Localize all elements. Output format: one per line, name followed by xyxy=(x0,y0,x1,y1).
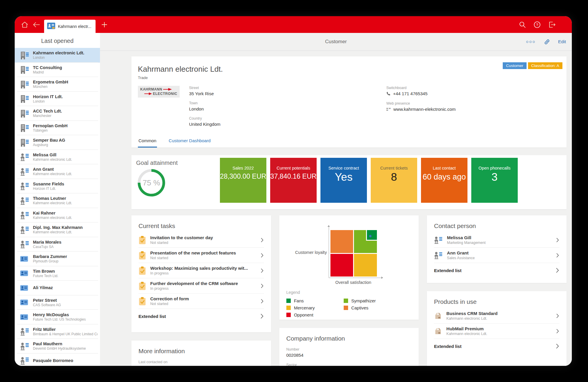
kpi-tile-value: Yes xyxy=(335,171,353,183)
list-item-title: Fritz Müller xyxy=(33,327,98,332)
contact-row[interactable]: Ann Grant Sales Assistance xyxy=(434,248,559,263)
y-axis-label: Customer loyalty xyxy=(286,250,327,255)
entity-icon xyxy=(20,138,29,147)
task-row[interactable]: Workshop: Maximizing sales productivity … xyxy=(138,263,264,278)
entity-icon xyxy=(20,356,29,365)
list-item[interactable]: Henry McDouglas Future Tech Ltd. US Tech… xyxy=(15,310,100,324)
list-item[interactable]: Thomas Leutner Kahrmann electronic Ldt. xyxy=(15,193,100,208)
list-item[interactable]: Paul Mauthern Devemit GmbH Hydrauliksyst… xyxy=(15,339,100,353)
list-item[interactable]: Barbara Zummer Plymouth Group xyxy=(15,252,100,266)
list-item[interactable]: Peter Street CAS Software AG xyxy=(15,295,100,310)
list-item-title: Fernoplan GmbH xyxy=(33,123,68,128)
task-row[interactable]: Invitation to the customer day Not start… xyxy=(138,232,264,248)
goal-attainment-ring: 75 % xyxy=(136,167,167,198)
svg-text:?: ? xyxy=(536,23,538,27)
more-actions-icon[interactable] xyxy=(525,40,536,44)
phone-link[interactable]: +44 171 4765345 xyxy=(386,91,456,96)
list-item-subtitle: London xyxy=(33,56,84,60)
products-extended-list[interactable]: Extended list xyxy=(434,339,559,353)
list-item[interactable]: Kai Rahner Kahrmann electronic Ldt. xyxy=(15,208,100,223)
list-item[interactable]: Pasquale Borromeo xyxy=(15,353,100,366)
x-axis-label: Overall satisfaction xyxy=(321,280,386,285)
website-link[interactable]: w ww www.kahrmann-elekctronic.com xyxy=(386,107,456,112)
list-item[interactable]: Fernoplan GmbH Tübingen xyxy=(15,121,100,135)
chevron-right-icon xyxy=(261,284,264,288)
field-label: Switchboard xyxy=(386,86,456,90)
task-status: In progress xyxy=(150,286,257,291)
list-item[interactable]: ACC Tech Ldt. Manchester xyxy=(15,106,100,121)
search-icon[interactable] xyxy=(517,16,528,33)
product-row[interactable]: HubMail Premium Kahrmann electronic Ldt. xyxy=(434,324,559,339)
logout-icon[interactable] xyxy=(546,16,558,33)
contacts-extended-list[interactable]: Extended list xyxy=(434,263,559,277)
entity-icon xyxy=(20,211,29,219)
legend: Fans Sympathizer xyxy=(286,298,412,317)
legend-item: Mercenary xyxy=(286,305,344,310)
list-item-title: Ergometra GmbH xyxy=(33,80,68,84)
tasks-extended-list[interactable]: Extended list xyxy=(138,309,264,323)
list-item-title: Dipl. Ing. Max Kahrmann xyxy=(33,225,83,230)
customer-type: Trade xyxy=(138,76,559,80)
contact-row[interactable]: Melissa Gill Marketing Management xyxy=(434,232,559,248)
edit-button[interactable]: Edit xyxy=(558,39,566,44)
back-icon[interactable] xyxy=(31,16,42,33)
field-label: Town xyxy=(189,101,220,105)
entity-icon xyxy=(20,342,29,350)
www-icon: w ww xyxy=(386,108,391,111)
record-tab[interactable]: Common xyxy=(138,135,157,148)
task-row[interactable]: Correction of form Not started xyxy=(138,294,264,309)
contact-role: Marketing Management xyxy=(447,241,552,245)
list-item[interactable]: Tim Brown Future Tech Ltd. xyxy=(15,266,100,281)
list-item-subtitle: Birnbaum & Hempel UK Public Limited Comp… xyxy=(33,332,98,336)
x-axis xyxy=(329,278,382,278)
task-row[interactable]: Presentation of the new product features… xyxy=(138,248,264,263)
product-row[interactable]: Business CRM Standard Kahrmann electroni… xyxy=(434,308,559,324)
list-item[interactable]: Kahrmann electronic Ldt. London xyxy=(15,48,100,63)
entity-icon xyxy=(20,299,29,305)
list-item-title: Maria Morales xyxy=(33,240,61,244)
kpi-tile[interactable]: Service contract Yes xyxy=(320,158,367,203)
kpi-tile[interactable]: Last contact 60 days ago xyxy=(421,158,467,203)
help-icon[interactable]: ? xyxy=(531,16,543,33)
kpi-tile-label: Last contact xyxy=(433,166,456,170)
task-status: Not started xyxy=(150,241,257,245)
chevron-right-icon xyxy=(261,238,264,242)
kpi-tile-value: 60 days ago xyxy=(422,172,466,182)
list-item[interactable]: Fritz Müller Birnbaum & Hempel UK Public… xyxy=(15,324,100,339)
kpi-tile[interactable]: Current tickets 8 xyxy=(371,158,417,203)
list-item[interactable]: Ergometra GmbH München xyxy=(15,77,100,92)
contact-person-icon xyxy=(434,236,443,244)
kpi-tile-label: Current potentials xyxy=(277,166,310,170)
tab-kahrmann-electronic[interactable]: Kahrmann electr... xyxy=(44,20,96,33)
kpi-tile[interactable]: Open phonecalls 3 xyxy=(471,158,518,203)
list-item[interactable]: Melissa Gill Kahrmann electronic Ldt. xyxy=(15,150,100,165)
legend-label: Mercenary xyxy=(294,305,315,310)
list-item[interactable]: Ali Yilmaz xyxy=(15,281,100,295)
kpi-tile[interactable]: Current potentials 37,840.16 EUR xyxy=(270,158,317,203)
chevron-right-icon xyxy=(556,253,559,258)
list-item-subtitle: Plymouth Group xyxy=(33,259,67,263)
entity-icon xyxy=(20,182,29,190)
list-item-title: TC Consulting xyxy=(33,65,62,70)
list-item[interactable]: Susanne Fields Horizon IT Ldt. xyxy=(15,179,100,194)
record-tab[interactable]: Customer Dashboard xyxy=(168,135,211,148)
list-item-title: Horizon IT Ldt. xyxy=(33,94,63,99)
list-item-title: Susanne Fields xyxy=(33,182,64,186)
list-item[interactable]: Dipl. Ing. Max Kahrmann Kahrmann electro… xyxy=(15,222,100,237)
task-title: Further development of the CRM software xyxy=(150,281,257,286)
kpi-tile[interactable]: Sales 2022 28,300.00 EUR xyxy=(220,158,266,203)
new-tab-plus-icon[interactable] xyxy=(98,16,110,33)
link-icon[interactable] xyxy=(544,38,550,45)
home-icon[interactable] xyxy=(19,16,31,33)
contact-person-card: Contact person xyxy=(427,215,567,283)
field-label: Country xyxy=(189,116,220,120)
list-item[interactable]: Maria Morales CasaTujo SA xyxy=(15,237,100,252)
list-item[interactable]: Semper Bau AG Augsburg xyxy=(15,135,100,150)
list-item-subtitle: Horizon IT Ldt. xyxy=(33,187,64,191)
list-item[interactable]: Ann Grant Kahrmann electronic Ldt. xyxy=(15,164,100,179)
product-list: Business CRM Standard Kahrmann electroni… xyxy=(434,308,559,339)
list-item[interactable]: TC Consulting Madrid xyxy=(15,63,100,77)
contact-person-icon xyxy=(434,251,443,259)
task-row[interactable]: Further development of the CRM software … xyxy=(138,278,264,294)
list-item[interactable]: Horizon IT Ldt. London xyxy=(15,92,100,106)
